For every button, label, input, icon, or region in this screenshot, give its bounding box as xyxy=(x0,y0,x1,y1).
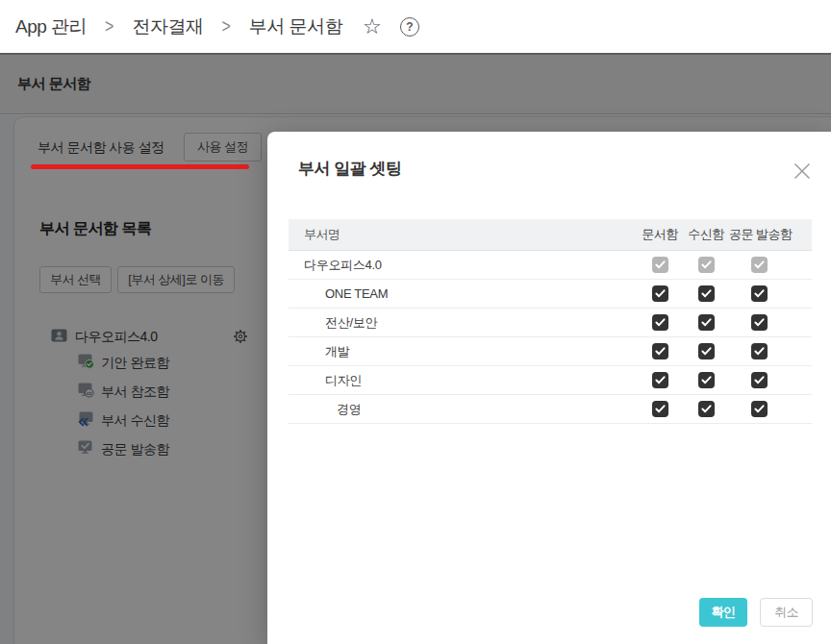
official-sendbox-checkbox[interactable] xyxy=(751,314,768,331)
receivebox-cell xyxy=(683,257,729,273)
receivebox-cell xyxy=(683,314,729,331)
official-sendbox-checkbox[interactable] xyxy=(751,372,768,388)
official-sendbox-cell xyxy=(729,401,789,417)
chevron-right-icon: > xyxy=(105,15,113,37)
highlight-underline xyxy=(31,164,249,169)
table-row: 디자인 xyxy=(289,366,812,395)
docbox-checkbox[interactable] xyxy=(652,314,668,331)
table-row: 개발 xyxy=(289,337,812,366)
receivebox-cell xyxy=(683,285,729,302)
col-header-receivebox: 수신함 xyxy=(683,226,729,243)
table-row: 전산/보안 xyxy=(289,309,812,337)
table-row: 경영 xyxy=(289,395,812,424)
official-sendbox-checkbox xyxy=(751,257,768,273)
dept-name: 개발 xyxy=(289,343,637,360)
dept-name: ONE TEAM xyxy=(289,286,637,301)
official-sendbox-checkbox[interactable] xyxy=(751,285,768,302)
official-sendbox-cell xyxy=(729,372,789,388)
docbox-checkbox[interactable] xyxy=(652,343,668,359)
dept-setting-table: 부서명 문서함 수신함 공문 발송함 다우오피스4.0 ONE TEAM 전산/… xyxy=(289,219,812,424)
table-row: ONE TEAM xyxy=(289,280,812,309)
docbox-checkbox[interactable] xyxy=(652,372,668,388)
dept-name: 전산/보안 xyxy=(289,314,637,332)
confirm-button[interactable]: 확인 xyxy=(699,598,747,627)
help-question-glyph: ? xyxy=(406,20,413,34)
dept-name: 디자인 xyxy=(289,372,637,389)
official-sendbox-cell xyxy=(729,314,789,331)
col-header-dept-name: 부서명 xyxy=(289,226,637,243)
bulk-setting-modal: 부서 일괄 셋팅 부서명 문서함 수신함 공문 발송함 다우오피스4.0 ONE… xyxy=(267,132,831,644)
official-sendbox-cell xyxy=(729,343,789,359)
receivebox-checkbox[interactable] xyxy=(698,343,715,359)
chevron-right-icon: > xyxy=(221,15,230,37)
favorite-star-icon[interactable]: ☆ xyxy=(363,16,382,37)
docbox-cell xyxy=(637,314,683,331)
breadcrumb-eapproval[interactable]: 전자결재 xyxy=(132,14,203,39)
breadcrumb-current-page: 부서 문서함 xyxy=(249,14,342,39)
receivebox-checkbox[interactable] xyxy=(698,285,715,302)
receivebox-cell xyxy=(683,343,729,359)
close-icon[interactable] xyxy=(791,160,814,183)
receivebox-checkbox xyxy=(698,257,715,273)
docbox-checkbox[interactable] xyxy=(652,285,668,302)
receivebox-checkbox[interactable] xyxy=(698,401,715,417)
col-header-docbox: 문서함 xyxy=(637,226,683,243)
docbox-cell xyxy=(637,343,683,359)
dept-name: 경영 xyxy=(289,401,637,418)
docbox-cell xyxy=(637,285,683,302)
docbox-checkbox xyxy=(652,257,668,273)
col-header-official-sendbox: 공문 발송함 xyxy=(729,226,789,243)
docbox-cell xyxy=(637,257,683,273)
table-body: 다우오피스4.0 ONE TEAM 전산/보안 개발 디자인 경영 xyxy=(289,251,812,424)
help-icon[interactable]: ? xyxy=(400,17,419,37)
official-sendbox-checkbox[interactable] xyxy=(751,343,768,359)
modal-title: 부서 일괄 셋팅 xyxy=(298,158,401,180)
official-sendbox-cell xyxy=(729,285,789,302)
screen: App 관리 > 전자결재 > 부서 문서함 ☆ ? 부서 문서함 부서 문서함… xyxy=(0,0,831,644)
cancel-button[interactable]: 취소 xyxy=(760,598,813,627)
receivebox-checkbox[interactable] xyxy=(698,314,715,331)
receivebox-checkbox[interactable] xyxy=(698,372,715,388)
docbox-cell xyxy=(637,372,683,388)
breadcrumb-app-manage[interactable]: App 관리 xyxy=(15,14,87,39)
modal-footer: 확인 취소 xyxy=(267,598,831,627)
receivebox-cell xyxy=(683,372,729,388)
docbox-checkbox[interactable] xyxy=(652,401,668,417)
breadcrumb: App 관리 > 전자결재 > 부서 문서함 ☆ ? xyxy=(0,0,831,55)
table-row: 다우오피스4.0 xyxy=(289,251,812,280)
docbox-cell xyxy=(637,401,683,417)
receivebox-cell xyxy=(683,401,729,417)
official-sendbox-checkbox[interactable] xyxy=(751,401,768,417)
table-header: 부서명 문서함 수신함 공문 발송함 xyxy=(289,219,812,251)
official-sendbox-cell xyxy=(729,257,789,273)
dept-name: 다우오피스4.0 xyxy=(289,257,637,274)
